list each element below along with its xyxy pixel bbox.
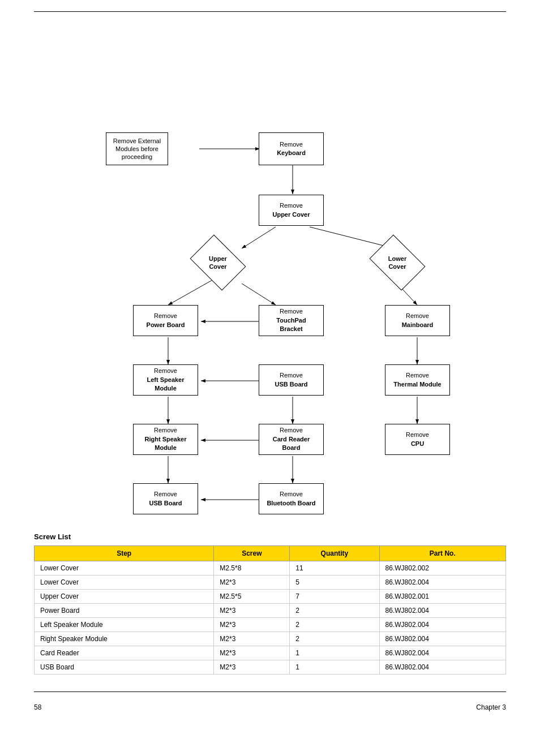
- table-cell: 86.WJ802.002: [379, 561, 505, 575]
- node-lower-cover-dia: LowerCover: [369, 243, 426, 282]
- node-usb-board-1: RemoveUSB Board: [259, 364, 324, 396]
- node-usb-board-2-label: RemoveUSB Board: [149, 490, 182, 508]
- table-cell: M2*3: [214, 660, 290, 675]
- node-bluetooth-board-label: RemoveBluetooth Board: [267, 490, 315, 508]
- table-cell: Lower Cover: [35, 575, 214, 590]
- node-upper-cover-dia: UpperCover: [190, 243, 246, 282]
- table-cell: 86.WJ802.004: [379, 618, 505, 632]
- col-header-quantity: Quantity: [290, 546, 379, 561]
- table-row: Card ReaderM2*3186.WJ802.004: [35, 646, 506, 660]
- table-cell: M2*3: [214, 604, 290, 618]
- table-cell: 86.WJ802.004: [379, 604, 505, 618]
- table-cell: 1: [290, 646, 379, 660]
- table-cell: Left Speaker Module: [35, 618, 214, 632]
- table-cell: 11: [290, 561, 379, 575]
- node-thermal-module: RemoveThermal Module: [385, 364, 450, 396]
- node-upper-cover-dia-label: UpperCover: [209, 255, 227, 271]
- page: Remove ExternalModules beforeproceeding …: [0, 0, 540, 756]
- table-cell: 86.WJ802.001: [379, 590, 505, 604]
- col-header-screw: Screw: [214, 546, 290, 561]
- table-cell: Card Reader: [35, 646, 214, 660]
- table-cell: 86.WJ802.004: [379, 660, 505, 675]
- node-bluetooth-board: RemoveBluetooth Board: [259, 483, 324, 514]
- page-number: 58: [34, 703, 41, 711]
- node-left-speaker-label: RemoveLeft SpeakerModule: [147, 367, 184, 393]
- node-touchpad-bracket: RemoveTouchPadBracket: [259, 305, 324, 336]
- table-row: Upper CoverM2.5*5786.WJ802.001: [35, 590, 506, 604]
- node-cpu: RemoveCPU: [385, 424, 450, 455]
- table-cell: M2*3: [214, 618, 290, 632]
- table-cell: 86.WJ802.004: [379, 646, 505, 660]
- col-header-partno: Part No.: [379, 546, 505, 561]
- node-ext-modules-label: Remove ExternalModules beforeproceeding: [113, 137, 161, 161]
- table-cell: Lower Cover: [35, 561, 214, 575]
- node-right-speaker-label: RemoveRight SpeakerModule: [145, 426, 187, 452]
- node-mainboard: RemoveMainboard: [385, 305, 450, 336]
- screw-list-table: Step Screw Quantity Part No. Lower Cover…: [34, 545, 506, 675]
- node-upper-cover-proc-label: RemoveUpper Cover: [272, 201, 310, 219]
- table-row: Lower CoverM2*3586.WJ802.004: [35, 575, 506, 590]
- node-left-speaker: RemoveLeft SpeakerModule: [133, 364, 198, 396]
- bottom-divider: [34, 691, 506, 692]
- table-cell: 86.WJ802.004: [379, 632, 505, 646]
- table-cell: 2: [290, 618, 379, 632]
- table-row: Power BoardM2*3286.WJ802.004: [35, 604, 506, 618]
- node-right-speaker: RemoveRight SpeakerModule: [133, 424, 198, 455]
- table-cell: 5: [290, 575, 379, 590]
- node-keyboard: RemoveKeyboard: [259, 132, 324, 165]
- table-cell: Right Speaker Module: [35, 632, 214, 646]
- table-cell: USB Board: [35, 660, 214, 675]
- table-cell: M2.5*5: [214, 590, 290, 604]
- top-divider: [34, 11, 506, 12]
- footer: 58 Chapter 3: [34, 703, 506, 711]
- node-usb-board-2: RemoveUSB Board: [133, 483, 198, 514]
- node-power-board: RemovePower Board: [133, 305, 198, 336]
- node-card-reader-label: RemoveCard ReaderBoard: [273, 426, 310, 452]
- screw-list-section: Screw List Step Screw Quantity Part No. …: [34, 532, 506, 675]
- node-usb-board-1-label: RemoveUSB Board: [275, 371, 307, 389]
- table-cell: M2*3: [214, 646, 290, 660]
- node-card-reader: RemoveCard ReaderBoard: [259, 424, 324, 455]
- node-lower-cover-dia-label: LowerCover: [388, 255, 406, 271]
- table-cell: M2.5*8: [214, 561, 290, 575]
- svg-line-6: [242, 284, 276, 305]
- table-cell: 2: [290, 632, 379, 646]
- table-row: Right Speaker ModuleM2*3286.WJ802.004: [35, 632, 506, 646]
- table-cell: M2*3: [214, 632, 290, 646]
- table-cell: Power Board: [35, 604, 214, 618]
- table-cell: 86.WJ802.004: [379, 575, 505, 590]
- node-ext-modules: Remove ExternalModules beforeproceeding: [106, 132, 168, 165]
- table-cell: Upper Cover: [35, 590, 214, 604]
- table-cell: M2*3: [214, 575, 290, 590]
- table-row: Lower CoverM2.5*81186.WJ802.002: [35, 561, 506, 575]
- node-upper-cover-proc: RemoveUpper Cover: [259, 195, 324, 226]
- col-header-step: Step: [35, 546, 214, 561]
- node-keyboard-label: RemoveKeyboard: [277, 140, 306, 158]
- table-cell: 1: [290, 660, 379, 675]
- chapter-label: Chapter 3: [476, 703, 506, 711]
- node-mainboard-label: RemoveMainboard: [402, 312, 434, 329]
- svg-line-3: [242, 227, 276, 248]
- table-cell: 2: [290, 604, 379, 618]
- table-row: USB BoardM2*3186.WJ802.004: [35, 660, 506, 675]
- table-row: Left Speaker ModuleM2*3286.WJ802.004: [35, 618, 506, 632]
- node-thermal-module-label: RemoveThermal Module: [393, 371, 441, 389]
- node-touchpad-bracket-label: RemoveTouchPadBracket: [276, 307, 306, 333]
- table-cell: 7: [290, 590, 379, 604]
- node-power-board-label: RemovePower Board: [147, 312, 185, 329]
- diagram-container: Remove ExternalModules beforeproceeding …: [49, 29, 491, 521]
- screw-list-title: Screw List: [34, 532, 506, 541]
- node-cpu-label: RemoveCPU: [406, 431, 429, 448]
